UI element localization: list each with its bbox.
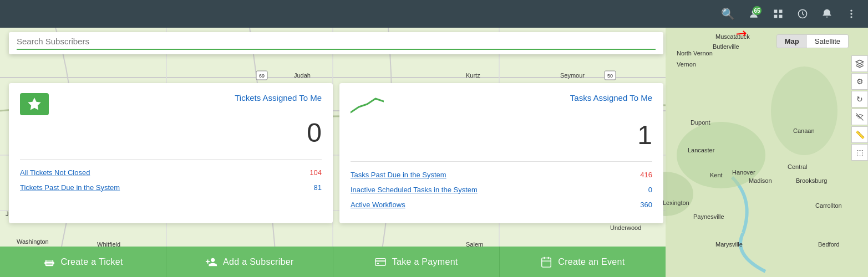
svg-point-23 bbox=[850, 13, 852, 14]
create-ticket-button[interactable]: Create a Ticket bbox=[0, 247, 166, 277]
tickets-card-icon bbox=[20, 93, 49, 115]
map-toggle-satellite[interactable]: Satellite bbox=[807, 35, 848, 48]
create-event-label: Create an Event bbox=[558, 257, 625, 267]
tasks-stat-row-3: Active Workflows 360 bbox=[351, 197, 652, 212]
map-layers-btn[interactable] bbox=[851, 55, 868, 72]
tasks-card-divider bbox=[351, 161, 652, 162]
create-ticket-icon bbox=[43, 256, 55, 268]
tickets-card: Tickets Assigned To Me 0 All Tickets Not… bbox=[9, 83, 333, 223]
tasks-card-title: Tasks Assigned To Me bbox=[570, 93, 652, 102]
tasks-stat-row-2: Inactive Scheduled Tasks in the System 0 bbox=[351, 182, 652, 197]
svg-rect-20 bbox=[779, 15, 783, 18]
all-tickets-not-closed-label[interactable]: All Tickets Not Closed bbox=[20, 168, 90, 177]
search-nav-icon[interactable]: 🔍 bbox=[717, 3, 739, 25]
search-bar-container bbox=[9, 32, 663, 54]
add-subscriber-icon bbox=[205, 256, 217, 268]
cards-row: Tickets Assigned To Me 0 All Tickets Not… bbox=[9, 83, 663, 223]
action-buttons-bar: Create a Ticket Add a Subscriber Take a … bbox=[0, 247, 666, 277]
search-underline bbox=[17, 49, 656, 50]
tickets-stat-row-1: All Tickets Not Closed 104 bbox=[20, 165, 322, 180]
svg-point-13 bbox=[677, 122, 765, 188]
map-select-btn[interactable]: ⬚ bbox=[851, 144, 868, 161]
create-ticket-label: Create a Ticket bbox=[61, 257, 123, 267]
active-workflows-value: 360 bbox=[640, 201, 652, 209]
search-input[interactable] bbox=[17, 37, 656, 46]
tasks-stat-row-1: Tasks Past Due in the System 416 bbox=[351, 167, 652, 182]
svg-rect-17 bbox=[774, 10, 778, 13]
account-badge: 65 bbox=[753, 6, 762, 15]
svg-point-14 bbox=[771, 66, 837, 155]
take-payment-label: Take a Payment bbox=[392, 257, 458, 267]
all-tickets-not-closed-value: 104 bbox=[309, 168, 322, 177]
tasks-trend-icon bbox=[351, 93, 384, 117]
map-settings-btn[interactable]: ⚙ bbox=[851, 73, 868, 90]
create-event-icon bbox=[540, 256, 552, 268]
tasks-card-header: Tasks Assigned To Me bbox=[351, 93, 652, 117]
bell-nav-icon[interactable] bbox=[817, 4, 837, 24]
account-nav-icon[interactable]: 65 bbox=[744, 4, 764, 24]
svg-marker-26 bbox=[28, 98, 40, 110]
svg-rect-18 bbox=[779, 10, 783, 13]
tasks-past-due-label[interactable]: Tasks Past Due in the System bbox=[351, 171, 446, 179]
map-toggle-map[interactable]: Map bbox=[777, 35, 807, 48]
tickets-card-header: Tickets Assigned To Me bbox=[20, 93, 322, 115]
svg-rect-19 bbox=[774, 15, 778, 18]
svg-text:50: 50 bbox=[607, 73, 613, 79]
history-nav-icon[interactable] bbox=[793, 4, 813, 24]
navbar: 🔍 65 bbox=[0, 0, 868, 28]
map-ruler-btn[interactable]: 📏 bbox=[851, 126, 868, 143]
take-payment-button[interactable]: Take a Payment bbox=[333, 247, 500, 277]
inactive-scheduled-value: 0 bbox=[648, 186, 652, 194]
tickets-stat-row-2: Tickets Past Due in the System 81 bbox=[20, 180, 322, 195]
tickets-card-title: Tickets Assigned To Me bbox=[235, 93, 322, 102]
svg-rect-30 bbox=[542, 258, 551, 267]
add-subscriber-label: Add a Subscriber bbox=[223, 257, 294, 267]
svg-marker-25 bbox=[856, 60, 863, 64]
map-satellite-toggle[interactable]: Map Satellite bbox=[776, 34, 849, 48]
grid-nav-icon[interactable] bbox=[768, 4, 788, 24]
tickets-past-due-label[interactable]: Tickets Past Due in the System bbox=[20, 183, 120, 192]
take-payment-icon bbox=[374, 256, 387, 268]
tasks-card: Tasks Assigned To Me 1 Tasks Past Due in… bbox=[339, 83, 663, 223]
svg-point-22 bbox=[850, 10, 852, 12]
create-event-button[interactable]: Create an Event bbox=[500, 247, 666, 277]
map-signal-btn[interactable] bbox=[851, 109, 868, 125]
add-subscriber-button[interactable]: Add a Subscriber bbox=[166, 247, 333, 277]
more-nav-icon[interactable] bbox=[841, 4, 861, 24]
tickets-card-divider bbox=[20, 159, 322, 160]
tickets-card-count: 0 bbox=[20, 119, 322, 148]
map-controls: ⚙ ↻ 📏 ⬚ bbox=[851, 55, 868, 161]
svg-text:69: 69 bbox=[259, 73, 265, 79]
inactive-scheduled-label[interactable]: Inactive Scheduled Tasks in the System bbox=[351, 186, 478, 194]
svg-rect-27 bbox=[375, 258, 385, 265]
active-workflows-label[interactable]: Active Workflows bbox=[351, 201, 405, 209]
map-refresh-btn[interactable]: ↻ bbox=[851, 91, 868, 107]
tasks-past-due-value: 416 bbox=[640, 171, 652, 179]
tickets-past-due-value: 81 bbox=[314, 183, 322, 192]
svg-rect-29 bbox=[377, 263, 379, 264]
tasks-card-count: 1 bbox=[351, 121, 652, 150]
svg-point-24 bbox=[850, 16, 852, 18]
